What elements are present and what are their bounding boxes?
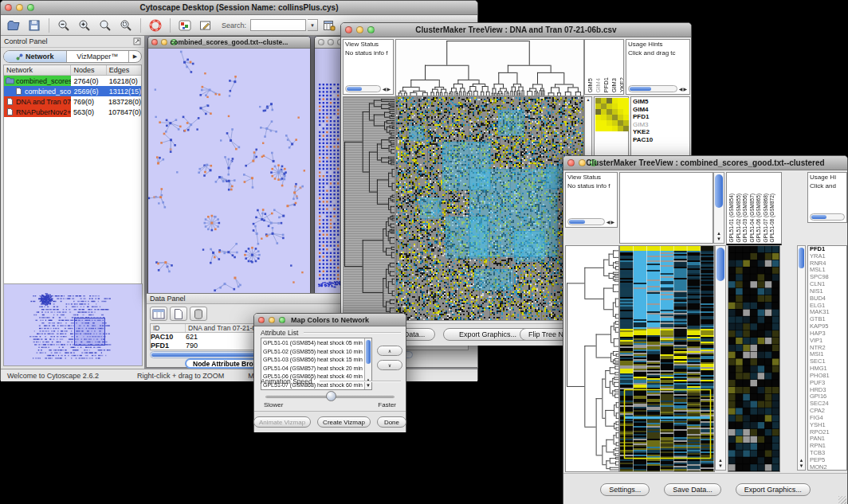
search-input[interactable] [250, 19, 306, 31]
resize-grip[interactable] [838, 496, 846, 504]
attribute-list-item[interactable]: GPL51-02 (GSM855) heat shock 10 min [263, 348, 363, 357]
tv2-column-label[interactable]: GPL51-07 (GSM868) [763, 193, 768, 242]
animate-vizmap-button[interactable]: Animate Vizmap [253, 416, 311, 428]
treeview2-titlebar[interactable]: ClusterMaker TreeView : combined_scores_… [563, 156, 847, 170]
network-table-row[interactable]: RNAPuberNov2+ 563(0) 107847(0) [4, 107, 141, 117]
move-down-button[interactable]: ∨ [377, 360, 402, 370]
tv1-row-label[interactable]: GIM4 [633, 106, 689, 114]
help-icon[interactable] [146, 17, 165, 33]
tv2-usage-hints-panel: Usage Hi Click and [807, 172, 847, 223]
tv2-usage-hints-info: Click and [808, 182, 846, 190]
main-window-title: Cytoscape Desktop (Session Name: collins… [1, 3, 477, 12]
tv1-column-label[interactable]: YKE2 [618, 77, 624, 92]
map-colors-dialog: Map Colors to Network Attribute List GPL… [253, 313, 406, 432]
zoom-out-icon[interactable] [54, 17, 73, 33]
main-titlebar[interactable]: Cytoscape Desktop (Session Name: collins… [1, 1, 477, 15]
animation-speed-label: Animation Speed [261, 377, 312, 385]
tv1-column-label[interactable]: PFD1 [603, 77, 610, 92]
tv2-heatmap-vscrollbar[interactable]: ▲▼ [715, 245, 726, 471]
network-table: Network Nodes Edges combined_scores_ [3, 64, 142, 284]
tv2-zoom-heatmap[interactable] [728, 245, 780, 472]
tv2-gene-list-panel: PFD1YRA1RNR4MSL1SPC98CLN1NIS1BUD4ELG1MAK… [807, 245, 847, 471]
close-button[interactable] [318, 39, 324, 45]
network1-canvas[interactable] [148, 49, 310, 294]
tv2-row-dendrogram[interactable] [565, 245, 619, 472]
tv1-heatmap[interactable] [395, 96, 584, 321]
tv1-status-hscrollbar[interactable]: ◀▶ [345, 84, 391, 92]
network-overview-thumbnail[interactable] [3, 283, 143, 366]
slider-thumb[interactable] [326, 391, 336, 401]
zoom-fit-icon[interactable] [96, 17, 115, 33]
minimize-button[interactable] [328, 39, 334, 45]
network-table-row[interactable]: combined_scores_ 2764(0) 16218(0) [4, 76, 141, 86]
tv2-column-label[interactable]: GPL51-02 (GSM855) [736, 193, 741, 242]
zoom-in-icon[interactable] [75, 17, 94, 33]
tv1-view-status-title: View Status [344, 40, 393, 49]
tv2-view-status-panel: View Status No status info f ◀▶ [565, 172, 618, 228]
tv2-column-tree-panel[interactable] [619, 172, 713, 244]
tv1-column-label[interactable]: GIM4 [595, 78, 602, 92]
faster-label: Faster [378, 401, 396, 408]
tv2-genelist-vscrollbar[interactable]: ▲▼ [797, 245, 806, 471]
tv2-export-graphics-button[interactable]: Export Graphics... [736, 483, 811, 496]
network1-titlebar[interactable]: combined_scores_good.txt--cluste... [148, 37, 310, 49]
open-button[interactable] [4, 17, 23, 33]
tv1-row-label[interactable]: GIM3 [633, 121, 689, 129]
tv2-column-label[interactable]: GPL51-03 (GSM856) [742, 193, 748, 242]
create-vizmap-button[interactable]: Create Vizmap [317, 416, 371, 428]
tab-vizmapper[interactable]: VizMapper™ [67, 51, 130, 62]
network1-title: combined_scores_good.txt--cluste... [148, 38, 310, 46]
attribute-list-item[interactable]: GPL51-01 (GSM854) heat shock 05 min [263, 339, 363, 348]
tv1-row-dendrogram[interactable] [343, 96, 395, 321]
control-panel-tabs: Network VizMapper™ ▶ [3, 50, 142, 63]
tv1-row-label[interactable]: PAC10 [633, 136, 689, 144]
search-dropdown-arrow[interactable]: ▼ [308, 19, 318, 31]
treeview2-window: ClusterMaker TreeView : combined_scores_… [563, 155, 848, 504]
treeview1-title: ClusterMaker TreeView : DNA and Tran 07-… [341, 25, 691, 34]
zoom-selected-icon[interactable] [116, 17, 135, 33]
attribute-list-item[interactable]: GPL51-03 (GSM856) heat shock 15 min [263, 356, 363, 365]
attribute-browser-icon[interactable] [320, 17, 339, 33]
tv1-similarity-matrix[interactable] [595, 98, 629, 131]
done-button[interactable]: Done [377, 416, 406, 428]
dialog-titlebar[interactable]: Map Colors to Network [254, 314, 406, 326]
float-panel-icon[interactable] [133, 37, 141, 45]
tv2-save-data-button[interactable]: Save Data... [664, 483, 721, 496]
tv2-status-hscrollbar[interactable]: ◀▶ [567, 217, 615, 225]
status-zoom-hint: Right-click + drag to ZOOM [137, 372, 224, 380]
tv2-heatmap[interactable] [619, 245, 715, 472]
save-button[interactable] [25, 17, 44, 33]
tab-network[interactable]: Network [4, 51, 67, 62]
tv1-column-dendrogram[interactable] [395, 39, 584, 96]
vizmapper-icon[interactable] [175, 17, 194, 33]
network-table-row[interactable]: DNA and Tran 07 769(0) 183728(0) [4, 96, 141, 107]
tv1-row-label[interactable]: GIM5 [633, 98, 689, 106]
new-attribute-icon[interactable] [170, 307, 187, 321]
tab-overflow-arrow[interactable]: ▶ [129, 51, 141, 62]
dialog-button-bar: Animate Vizmap Create Vizmap Done [254, 411, 406, 432]
treeview1-titlebar[interactable]: ClusterMaker TreeView : DNA and Tran 07-… [341, 23, 691, 37]
dialog-title: Map Colors to Network [254, 316, 406, 324]
tv2-column-label[interactable]: GPL51-06 (GSM865) [756, 193, 761, 242]
tv1-view-status-info: No status info f [344, 49, 393, 57]
tv1-row-label[interactable]: PFD1 [633, 113, 689, 121]
move-up-button[interactable]: ∧ [377, 346, 402, 356]
tv1-usage-hscrollbar[interactable]: ◀▶ [628, 84, 688, 92]
tv1-column-label[interactable]: GIM5 [587, 78, 594, 92]
group-divider [304, 332, 401, 334]
tv2-column-label[interactable]: GPL51-04 (GSM857) [749, 193, 755, 242]
tv2-column-label[interactable]: GPL51-01 (GSM854) [728, 193, 734, 242]
tv1-column-label[interactable]: GIM3 [610, 78, 618, 92]
gene-list-item[interactable]: MON2 [810, 464, 846, 471]
annotation-icon[interactable] [196, 17, 215, 33]
select-attributes-icon[interactable] [150, 307, 167, 321]
delete-attribute-icon[interactable] [190, 307, 207, 321]
tv2-settings-button[interactable]: Settings... [600, 483, 650, 496]
tv2-view-status-info: No status info f [566, 182, 617, 190]
attribute-list-item[interactable]: GPL51-04 (GSM857) heat shock 20 min [263, 365, 363, 373]
network-table-row[interactable]: combined_sco 2569(6) 13112(15) [4, 86, 141, 96]
tv1-row-label[interactable]: YKE2 [633, 128, 689, 136]
tv2-usage-hscrollbar[interactable] [810, 213, 845, 221]
tv2-column-label[interactable]: GPL51-08 (GSM872) [769, 193, 775, 242]
tv2-top-vscrollbar[interactable]: ▲▼ [713, 172, 724, 244]
